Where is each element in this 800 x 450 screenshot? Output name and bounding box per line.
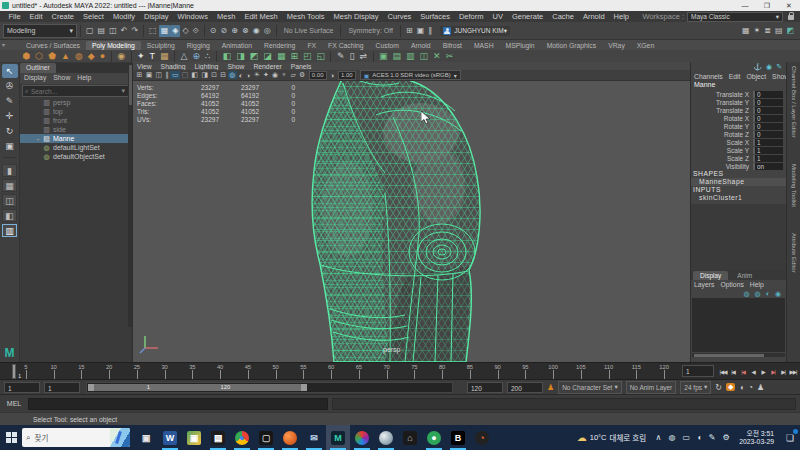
menu-item[interactable]: Arnold (578, 12, 609, 21)
shelf-tool-icon[interactable]: ◉ (115, 51, 128, 62)
playback-option-icon[interactable]: ♟ (757, 383, 764, 392)
menu-item[interactable]: Mesh (213, 12, 240, 21)
menu-item[interactable]: Cache (548, 12, 579, 21)
layout-preset-button[interactable]: ▦ (2, 179, 17, 192)
layer-editor-tab[interactable]: Anim (730, 271, 759, 280)
shelf-tool-icon[interactable]: ∴ (203, 51, 214, 62)
shelf-tab[interactable]: VRay (602, 41, 631, 50)
viewport-menu-item[interactable]: View (137, 63, 152, 70)
viewport-toolbar-icon[interactable]: ⊞ (135, 71, 144, 79)
shelf-tab[interactable]: Arnold (405, 41, 437, 50)
user-account-chip[interactable]: JUNGHYUN KIM ▾ (440, 26, 510, 36)
viewport-toolbar-icon[interactable]: ◨ (200, 71, 210, 79)
layout-preset-button[interactable]: ◧ (2, 209, 17, 222)
outliner-menu-item[interactable]: Show (53, 74, 70, 83)
shelf-tab[interactable]: Sculpting (141, 41, 181, 50)
menu-item[interactable]: Generate (507, 12, 547, 21)
shelf-tool-icon[interactable]: ▲ (59, 51, 73, 62)
shelf-tool-icon[interactable]: ◍ (72, 51, 85, 62)
shelf-tool-icon[interactable]: ◨ (234, 51, 248, 62)
menu-item[interactable]: Mesh Tools (282, 12, 329, 21)
playback-button[interactable]: |◀ (738, 369, 748, 375)
colorspace-dropdown[interactable]: ▣ ACES 1.0 SDR video (sRGB) ▾ (360, 70, 461, 80)
file-history-icon[interactable]: ▢ (84, 25, 96, 37)
playback-button[interactable]: |◀◀ (718, 369, 728, 375)
search-input[interactable] (31, 88, 122, 95)
viewport-menu-item[interactable]: Shading (161, 63, 186, 70)
layer-menu-item[interactable]: Options (720, 281, 743, 288)
channel-value-field[interactable]: 0 (753, 107, 783, 114)
viewport-toolbar-icon[interactable]: ◉ (270, 71, 279, 79)
sidebar-toggle-icon[interactable]: ▤ (773, 25, 785, 37)
viewport-toolbar-icon[interactable]: ▭ (170, 71, 180, 79)
viewport-toolbar-icon[interactable]: ▱ (289, 71, 298, 79)
shelf-tab[interactable]: Curves / Surfaces (20, 41, 86, 50)
shelf-tool-icon[interactable] (131, 51, 132, 62)
taskbar-app-icon[interactable]: B (446, 425, 470, 450)
taskbar-app-icon[interactable]: M (326, 425, 350, 450)
layer-list[interactable] (692, 298, 785, 352)
symmetry-label[interactable]: Symmetry: Off (348, 27, 393, 34)
layout-preset-button[interactable]: ▥ (2, 224, 17, 237)
viewport-toolbar-icon[interactable]: ◍ (228, 71, 237, 79)
shelf-tool-icon[interactable]: ◫ (417, 51, 431, 62)
shelf-tab[interactable]: Poly Modeling (86, 41, 141, 50)
shelf-tab[interactable]: Animation (216, 41, 258, 50)
outliner-item[interactable]: ▥ top (20, 107, 132, 116)
shelf-tool-icon[interactable]: ◧ (220, 51, 234, 62)
taskbar-app-icon[interactable]: ● (422, 425, 446, 450)
menu-item[interactable]: Select (79, 12, 109, 21)
chevron-down-icon[interactable]: ▾ (121, 87, 125, 95)
outliner-item[interactable]: ▥ side (20, 125, 132, 134)
menu-item[interactable]: Surfaces (416, 12, 455, 21)
tray-icon[interactable]: ◖ (694, 433, 706, 442)
playback-option-icon[interactable]: ◖ (739, 383, 744, 392)
tray-icon[interactable]: ▭ (679, 433, 694, 442)
layout-preset-button[interactable]: ◫ (2, 194, 17, 207)
outliner-item[interactable]: + ▧ Manne (20, 134, 132, 143)
menu-item[interactable]: Help (609, 12, 633, 21)
shape-node[interactable]: ManneShape (691, 178, 786, 186)
menu-item[interactable]: Deform (454, 12, 488, 21)
shelf-tab[interactable]: MASH (468, 41, 500, 50)
gear-icon[interactable]: ⚙ (297, 71, 306, 79)
taskbar-app-icon[interactable]: ▣ (182, 425, 206, 450)
sidebar-vertical-tab[interactable]: Modeling Toolkit (791, 164, 797, 207)
viewport-menu-item[interactable]: Panels (291, 63, 312, 70)
taskbar-clock[interactable]: 오전 3:51 2023-03-29 (733, 430, 780, 446)
viewport-toolbar-icon[interactable]: ⚬ (280, 71, 289, 79)
selection-mask-icon[interactable]: ◈ (170, 25, 180, 37)
shelf-tab[interactable]: Motion Graphics (541, 41, 603, 50)
channel-value-field[interactable]: 1 (753, 139, 783, 146)
weather-widget[interactable]: ☁ 10°C 대체로 흐림 (571, 432, 652, 443)
shelf-tool-icon[interactable] (111, 51, 112, 62)
file-history-icon[interactable]: ▤ (96, 25, 108, 37)
shelf-tab[interactable]: Custom (370, 41, 405, 50)
shelf-tool-icon[interactable]: ◆ (85, 51, 97, 62)
auto-key-button[interactable]: ◆ (726, 383, 735, 391)
file-history-icon[interactable]: ↶ (119, 25, 130, 37)
playback-button[interactable]: ▶ (758, 369, 768, 375)
channel-value-field[interactable]: 0 (753, 115, 783, 122)
selection-mask-icon[interactable]: ▦ (159, 25, 171, 37)
current-frame-marker[interactable] (12, 364, 16, 379)
menu-item[interactable]: Edit Mesh (240, 12, 282, 21)
viewport-toolbar-icon[interactable]: ⊡ (210, 71, 219, 79)
viewport-toolbar-icon[interactable]: ◑ (244, 72, 251, 79)
taskbar-app-icon[interactable]: W (158, 425, 182, 450)
shelf-tool-icon[interactable]: ⬟ (46, 51, 59, 62)
taskbar-app-icon[interactable]: ◔ (470, 425, 494, 450)
outliner-menu-item[interactable]: Display (24, 74, 46, 83)
minimize-button[interactable]: — (734, 2, 756, 9)
shelf-tool-icon[interactable]: ✎ (334, 51, 347, 62)
taskbar-app-icon[interactable]: ● (230, 425, 254, 450)
input-node[interactable]: skinCluster1 (691, 194, 786, 202)
anim-layer-dropdown[interactable]: No Anim Layer (626, 381, 677, 394)
layer-menu-item[interactable]: Layers (694, 281, 714, 288)
playback-button[interactable]: ◀ (748, 369, 758, 375)
taskbar-app-icon[interactable]: ⌂ (398, 425, 422, 450)
shelf-tab[interactable]: FX (301, 41, 322, 50)
selection-mask-icon[interactable]: ⬚ (147, 25, 159, 37)
outliner-item[interactable]: ▥ front (20, 116, 132, 125)
outliner-scrollbar[interactable] (128, 63, 132, 327)
